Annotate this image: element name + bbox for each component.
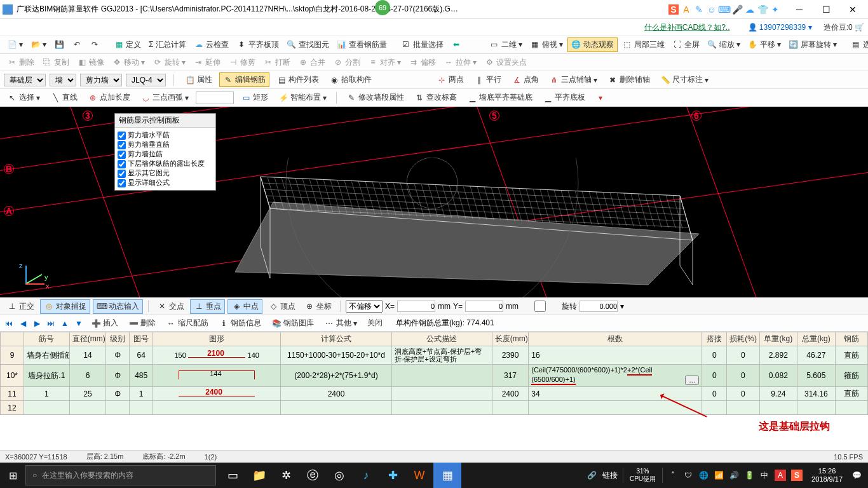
three-point-axis-button[interactable]: ⋔三点辅轴▾ — [546, 73, 600, 86]
nav-last[interactable]: ⏭ — [46, 318, 56, 329]
rebar-display-panel[interactable]: 钢筋显示控制面板 剪力墙水平筋 剪力墙垂直筋 剪力墙拉筋 下层墙体纵筋的露出长度… — [114, 113, 216, 191]
offset-button[interactable]: ⇉偏移 — [405, 56, 439, 69]
col-header[interactable] — [1, 332, 24, 346]
tray-clock[interactable]: 15:262018/9/17 — [808, 467, 846, 484]
snap-cross-button[interactable]: ✕交点 — [154, 300, 187, 313]
align-slab-bottom-button[interactable]: ▁平齐底板 — [539, 91, 588, 104]
select-floor-button[interactable]: ▤选择楼层 — [848, 38, 868, 51]
app-ggj-icon[interactable]: ▦ — [433, 463, 461, 488]
draw-value-input[interactable] — [196, 92, 234, 104]
zoom-button[interactable]: 🔍缩放▾ — [704, 38, 743, 51]
delete-row-button[interactable]: ➖删除 — [125, 316, 159, 330]
line-tool-button[interactable]: ╲直线 — [47, 91, 81, 104]
nav-first[interactable]: ⏮ — [4, 318, 14, 329]
edit-wall-attr-button[interactable]: ✎修改墙段属性 — [343, 91, 407, 104]
cost-beans[interactable]: 造价豆:0 🛒 — [824, 22, 864, 33]
ime-a-icon[interactable]: A — [681, 4, 691, 15]
app-fan-icon[interactable]: ✲ — [273, 463, 299, 488]
col-header[interactable]: 损耗(%) — [727, 332, 759, 346]
ime-kb-icon[interactable]: ⌨ — [719, 4, 729, 15]
top-view-button[interactable]: ▦俯视▾ — [527, 38, 566, 51]
two-point-button[interactable]: ⊹两点 — [433, 73, 467, 86]
chk-lower[interactable]: 下层墙体纵筋的露出长度 — [118, 159, 213, 168]
osnap-button[interactable]: ◎对象捕捉 — [40, 299, 90, 314]
snap-coord-button[interactable]: ⊕坐标 — [301, 300, 335, 313]
comp-list-button[interactable]: ▤构件列表 — [273, 73, 322, 86]
app-music-icon[interactable]: ♪ — [353, 463, 379, 488]
cortana-search[interactable]: ○ 在这里输入你要搜索的内容 — [25, 465, 216, 485]
check-elev-button[interactable]: ⇅查改标高 — [411, 91, 460, 104]
rotate-button[interactable]: ⟳旋转▾ — [149, 56, 189, 69]
insert-row-button[interactable]: ➕插入 — [88, 316, 121, 330]
dyn-input-button[interactable]: ⌨动态输入 — [93, 299, 143, 314]
tray-globe-icon[interactable]: 🌐 — [698, 470, 709, 480]
find-elem-button[interactable]: 🔍查找图元 — [283, 38, 332, 51]
pick-comp-button[interactable]: ◉拾取构件 — [326, 73, 375, 86]
expand-button[interactable]: ▾ — [592, 92, 609, 104]
app-wps-icon[interactable]: W — [407, 463, 432, 488]
col-header[interactable]: 计算公式 — [281, 332, 391, 346]
split-button[interactable]: ⊘分割 — [330, 56, 363, 69]
grip-button[interactable]: ⚙设置夹点 — [481, 56, 530, 69]
col-header[interactable]: 直径(mm) — [69, 332, 105, 346]
rebar-table[interactable]: 筋号直径(mm)级别图号图形计算公式公式描述长度(mm)根数搭接损耗(%)单重(… — [0, 332, 868, 433]
maximize-button[interactable]: ☐ — [813, 2, 839, 17]
x-input[interactable] — [397, 301, 435, 312]
3d-viewport[interactable]: 3 5 6 B A z y x 钢筋显示控制面板 — [0, 107, 868, 297]
pan-button[interactable]: ✋平移▾ — [745, 38, 784, 51]
tray-lang[interactable]: 中 — [759, 470, 770, 480]
tray-batt-icon[interactable]: 🔋 — [744, 470, 754, 480]
nav-up[interactable]: ▲ — [60, 318, 70, 329]
mirror-button[interactable]: ◧镜像 — [74, 56, 107, 69]
ime-tool-icon[interactable]: ✦ — [770, 4, 780, 15]
smart-layout-button[interactable]: ⚡智能布置▾ — [275, 91, 330, 104]
ime-edit-icon[interactable]: ✎ — [694, 4, 704, 15]
view-rebar-button[interactable]: 📊查看钢筋量 — [334, 38, 390, 51]
tray-link[interactable]: 🔗 — [587, 470, 597, 480]
chk-formula[interactable]: 显示详细公式 — [118, 178, 213, 187]
select-tool-button[interactable]: ↖选择▾ — [4, 91, 43, 104]
tray-sogou-icon[interactable]: S — [791, 470, 803, 481]
ime-face-icon[interactable]: ☺ — [707, 4, 717, 15]
batch-select-button[interactable]: ☑批量选择 — [398, 38, 447, 51]
y-input[interactable] — [465, 301, 503, 312]
snap-mid-button[interactable]: ◈中点 — [227, 299, 262, 314]
delete-button[interactable]: ✂删除 — [4, 56, 37, 69]
table-row[interactable]: 12 — [1, 401, 868, 415]
tray-notif-icon[interactable]: 💬 — [851, 470, 862, 480]
tray-wifi-icon[interactable]: 📶 — [714, 470, 724, 480]
save-button[interactable]: 💾 — [51, 38, 67, 51]
sogou-icon[interactable]: S — [668, 4, 679, 15]
dimension-button[interactable]: 📏尺寸标注▾ — [657, 73, 712, 86]
taskview-icon[interactable]: ▭ — [220, 463, 245, 488]
scale-rebar-button[interactable]: ↔缩尺配筋 — [163, 316, 212, 330]
sum-calc-button[interactable]: Σ 汇总计算 — [146, 38, 189, 51]
merge-button[interactable]: ⊕合并 — [295, 56, 329, 69]
del-axis-button[interactable]: ✖删除辅轴 — [604, 73, 653, 86]
local-3d-button[interactable]: ⬚局部三维 — [619, 38, 668, 51]
arc-tool-button[interactable]: ◡三点画弧▾ — [137, 91, 192, 104]
parallel-button[interactable]: ∥平行 — [471, 73, 505, 86]
count-edit-button[interactable]: … — [685, 376, 699, 385]
nav-down[interactable]: ▼ — [74, 318, 84, 329]
rebar-lib-button[interactable]: 📚钢筋图库 — [268, 316, 317, 330]
fullscreen-button[interactable]: ⛶全屏 — [669, 38, 703, 51]
new-button[interactable]: 📄▾ — [4, 38, 26, 51]
chk-horiz[interactable]: 剪力墙水平筋 — [118, 130, 213, 140]
col-header[interactable]: 公式描述 — [391, 332, 492, 346]
floor-select[interactable]: 基础层 — [4, 74, 46, 86]
align-slab-button[interactable]: ⬍平齐板顶 — [233, 38, 282, 51]
app-folder-icon[interactable]: 📁 — [247, 463, 272, 488]
tray-vol-icon[interactable]: 🔊 — [729, 470, 739, 480]
undo-button[interactable]: ↶ — [69, 38, 85, 51]
tray-A[interactable]: A — [775, 470, 786, 481]
trim-button[interactable]: ⊣修剪 — [225, 56, 259, 69]
wall-align-base-button[interactable]: ▁墙底平齐基础底 — [464, 91, 536, 104]
table-row[interactable]: 11125Φ124002400240034009.24314.16直筋 — [1, 387, 868, 401]
chk-tie[interactable]: 剪力墙拉筋 — [118, 149, 213, 159]
edit-rebar-button[interactable]: ✎编辑钢筋 — [219, 72, 269, 87]
promo-link[interactable]: 什么是补画CAD线？如?.. — [644, 22, 730, 33]
tray-up-icon[interactable]: ˄ — [668, 470, 678, 480]
ortho-button[interactable]: ⊥正交 — [4, 300, 37, 313]
rotate-chk[interactable] — [521, 301, 559, 312]
